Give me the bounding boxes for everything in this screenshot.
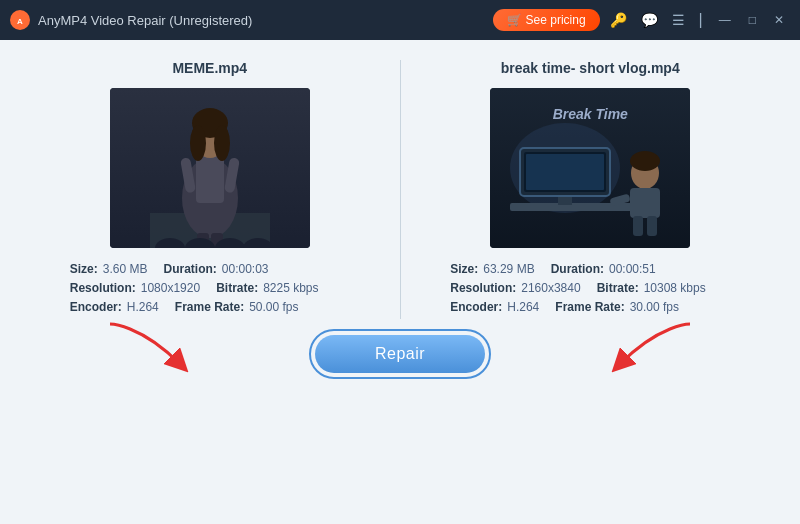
left-size-item: Size: 3.60 MB <box>70 262 148 276</box>
right-arrow-icon <box>580 319 700 379</box>
meta-row-size-duration: Size: 3.60 MB Duration: 00:00:03 <box>70 262 350 276</box>
left-encoder-item: Encoder: H.264 <box>70 300 159 314</box>
left-video-filename: MEME.mp4 <box>172 60 247 76</box>
right-size-label: Size: <box>450 262 478 276</box>
right-framerate-value: 30.00 fps <box>630 300 679 314</box>
right-size-item: Size: 63.29 MB <box>450 262 534 276</box>
meta-row-res-bitrate: Resolution: 1080x1920 Bitrate: 8225 kbps <box>70 281 350 295</box>
left-resolution-label: Resolution: <box>70 281 136 295</box>
menu-icon[interactable]: ☰ <box>668 10 689 30</box>
app-logo-icon: A <box>10 10 30 30</box>
repair-area: Repair <box>40 329 760 379</box>
titlebar-right: 🛒 See pricing 🔑 💬 ☰ | — □ ✕ <box>493 9 790 31</box>
person-silhouette-icon <box>150 93 270 248</box>
right-resolution-label: Resolution: <box>450 281 516 295</box>
right-bitrate-item: Bitrate: 10308 kbps <box>597 281 706 295</box>
right-framerate-label: Frame Rate: <box>555 300 624 314</box>
right-meta-row-size-duration: Size: 63.29 MB Duration: 00:00:51 <box>450 262 730 276</box>
left-resolution-item: Resolution: 1080x1920 <box>70 281 200 295</box>
left-bitrate-label: Bitrate: <box>216 281 258 295</box>
svg-rect-25 <box>630 188 660 218</box>
desk-scene-icon <box>490 88 690 248</box>
svg-point-24 <box>630 151 660 171</box>
left-encoder-value: H.264 <box>127 300 159 314</box>
right-video-panel: break time- short vlog.mp4 Break Time <box>421 60 761 319</box>
repair-button[interactable]: Repair <box>315 335 485 373</box>
right-video-thumbnail: Break Time <box>490 88 690 248</box>
right-bitrate-label: Bitrate: <box>597 281 639 295</box>
right-size-value: 63.29 MB <box>483 262 534 276</box>
left-resolution-value: 1080x1920 <box>141 281 200 295</box>
left-duration-value: 00:00:03 <box>222 262 269 276</box>
panel-divider <box>400 60 401 319</box>
left-framerate-label: Frame Rate: <box>175 300 244 314</box>
left-encoder-label: Encoder: <box>70 300 122 314</box>
see-pricing-button[interactable]: 🛒 See pricing <box>493 9 599 31</box>
left-video-thumbnail <box>110 88 310 248</box>
svg-point-7 <box>190 125 206 161</box>
left-framerate-item: Frame Rate: 50.00 fps <box>175 300 299 314</box>
right-framerate-item: Frame Rate: 30.00 fps <box>555 300 679 314</box>
right-encoder-item: Encoder: H.264 <box>450 300 539 314</box>
svg-rect-26 <box>633 216 643 236</box>
right-duration-item: Duration: 00:00:51 <box>551 262 656 276</box>
videos-row: MEME.mp4 <box>40 60 760 319</box>
right-video-metadata: Size: 63.29 MB Duration: 00:00:51 Resolu… <box>450 262 730 319</box>
left-bitrate-value: 8225 kbps <box>263 281 318 295</box>
right-meta-row-res-bitrate: Resolution: 2160x3840 Bitrate: 10308 kbp… <box>450 281 730 295</box>
left-video-metadata: Size: 3.60 MB Duration: 00:00:03 Resolut… <box>70 262 350 319</box>
left-arrow-icon <box>100 319 220 379</box>
close-button[interactable]: ✕ <box>768 11 790 29</box>
chat-icon[interactable]: 💬 <box>637 10 662 30</box>
key-icon[interactable]: 🔑 <box>606 10 631 30</box>
right-resolution-item: Resolution: 2160x3840 <box>450 281 580 295</box>
meta-row-enc-fps: Encoder: H.264 Frame Rate: 50.00 fps <box>70 300 350 314</box>
svg-rect-27 <box>647 216 657 236</box>
left-size-label: Size: <box>70 262 98 276</box>
app-title: AnyMP4 Video Repair (Unregistered) <box>38 13 252 28</box>
main-content: MEME.mp4 <box>0 40 800 524</box>
titlebar: A AnyMP4 Video Repair (Unregistered) 🛒 S… <box>0 0 800 40</box>
svg-rect-4 <box>196 153 224 203</box>
right-encoder-value: H.264 <box>507 300 539 314</box>
right-video-filename: break time- short vlog.mp4 <box>501 60 680 76</box>
right-encoder-label: Encoder: <box>450 300 502 314</box>
minimize-button[interactable]: — <box>713 11 737 29</box>
left-duration-item: Duration: 00:00:03 <box>163 262 268 276</box>
svg-rect-18 <box>510 203 640 211</box>
left-size-value: 3.60 MB <box>103 262 148 276</box>
repair-button-wrapper: Repair <box>309 329 491 379</box>
left-video-panel: MEME.mp4 <box>40 60 380 319</box>
svg-point-8 <box>214 125 230 161</box>
right-bitrate-value: 10308 kbps <box>644 281 706 295</box>
svg-rect-22 <box>526 154 604 190</box>
titlebar-left: A AnyMP4 Video Repair (Unregistered) <box>10 10 252 30</box>
right-duration-label: Duration: <box>551 262 604 276</box>
left-bitrate-item: Bitrate: 8225 kbps <box>216 281 318 295</box>
svg-text:A: A <box>17 17 23 26</box>
right-meta-row-enc-fps: Encoder: H.264 Frame Rate: 30.00 fps <box>450 300 730 314</box>
right-resolution-value: 2160x3840 <box>521 281 580 295</box>
right-duration-value: 00:00:51 <box>609 262 656 276</box>
left-framerate-value: 50.00 fps <box>249 300 298 314</box>
left-duration-label: Duration: <box>163 262 216 276</box>
maximize-button[interactable]: □ <box>743 11 762 29</box>
